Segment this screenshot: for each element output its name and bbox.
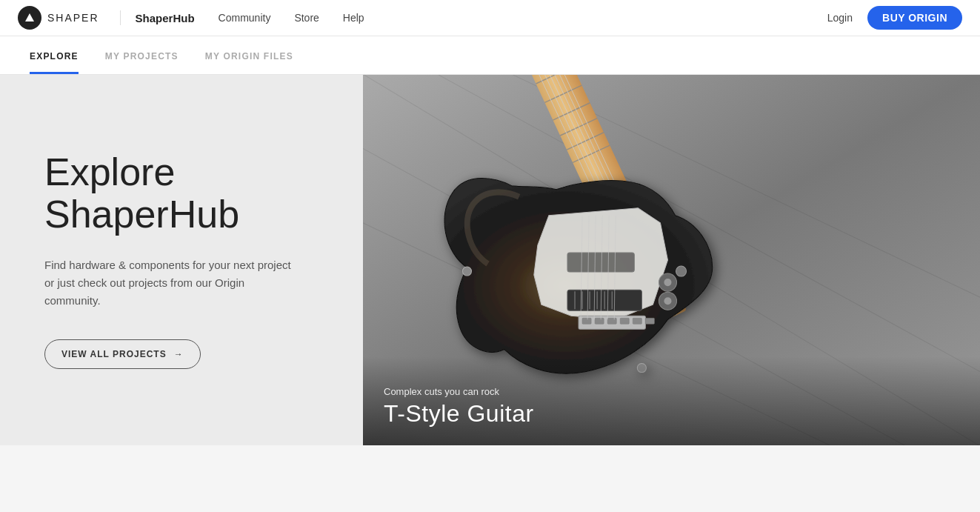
hero-image: Complex cuts you can rock T-Style Guitar bbox=[363, 75, 980, 445]
hero-description: Find hardware & components for your next… bbox=[44, 256, 296, 310]
svg-marker-0 bbox=[25, 13, 34, 21]
tab-explore[interactable]: EXPLORE bbox=[30, 41, 79, 74]
svg-point-48 bbox=[664, 279, 671, 286]
logo-link[interactable]: SHAPER bbox=[18, 6, 99, 30]
main-nav: SHAPER ShaperHub Community Store Help Lo… bbox=[0, 0, 980, 36]
featured-title: T-Style Guitar bbox=[384, 400, 959, 428]
hero-left: Explore ShaperHub Find hardware & compon… bbox=[0, 75, 363, 445]
svg-rect-43 bbox=[607, 318, 616, 324]
logo-text: SHAPER bbox=[47, 12, 99, 24]
svg-rect-44 bbox=[620, 318, 629, 324]
tabs-bar: EXPLORE MY PROJECTS MY ORIGIN FILES bbox=[0, 36, 980, 75]
hero-title-line2: ShaperHub bbox=[44, 193, 239, 236]
svg-rect-39 bbox=[567, 253, 634, 272]
svg-rect-42 bbox=[595, 318, 604, 324]
featured-subtitle: Complex cuts you can rock bbox=[384, 386, 959, 397]
nav-links: Community Store Help bbox=[219, 12, 827, 24]
svg-point-51 bbox=[676, 266, 687, 276]
hero-title-line1: Explore bbox=[44, 150, 175, 193]
featured-caption: Complex cuts you can rock T-Style Guitar bbox=[363, 356, 980, 445]
cta-arrow-icon: → bbox=[174, 349, 184, 359]
svg-point-50 bbox=[664, 297, 671, 305]
svg-rect-41 bbox=[582, 318, 591, 324]
nav-right: Login BUY ORIGIN bbox=[827, 6, 962, 30]
nav-divider bbox=[120, 10, 121, 25]
logo-icon bbox=[18, 6, 41, 30]
svg-rect-46 bbox=[645, 318, 654, 324]
tab-my-projects[interactable]: MY PROJECTS bbox=[105, 41, 179, 74]
login-link[interactable]: Login bbox=[827, 12, 853, 24]
nav-link-store[interactable]: Store bbox=[294, 12, 319, 24]
nav-link-help[interactable]: Help bbox=[343, 12, 364, 24]
nav-link-community[interactable]: Community bbox=[219, 12, 271, 24]
hero-section: Explore ShaperHub Find hardware & compon… bbox=[0, 75, 980, 445]
view-all-projects-button[interactable]: VIEW ALL PROJECTS → bbox=[44, 339, 201, 369]
nav-brand[interactable]: ShaperHub bbox=[136, 12, 195, 24]
tab-my-origin-files[interactable]: MY ORIGIN FILES bbox=[205, 41, 293, 74]
cta-label: VIEW ALL PROJECTS bbox=[61, 349, 167, 359]
buy-origin-button[interactable]: BUY ORIGIN bbox=[867, 6, 962, 30]
hero-title: Explore ShaperHub bbox=[44, 151, 319, 236]
svg-point-52 bbox=[462, 267, 471, 276]
svg-rect-45 bbox=[633, 318, 641, 324]
